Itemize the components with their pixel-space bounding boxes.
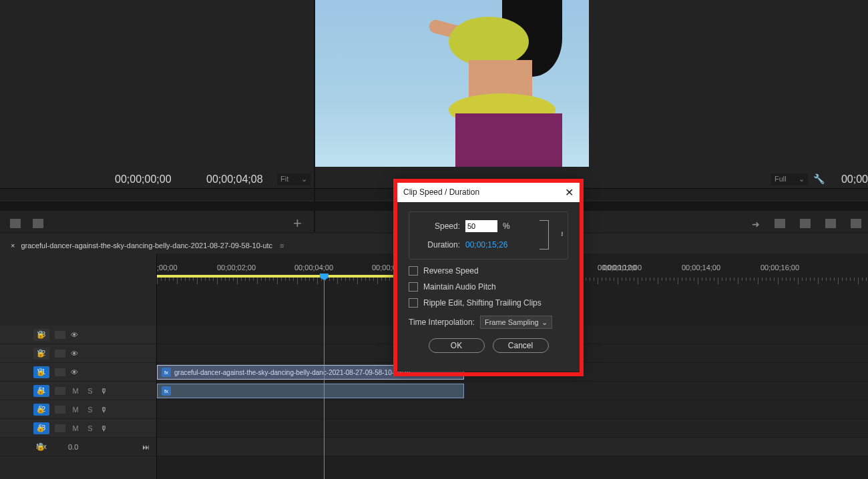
export-icon[interactable] <box>800 219 811 228</box>
source-monitor: 00;00;00;00 00;00;04;08 Fit ⌄ + <box>0 0 314 232</box>
ruler-label: 00;00;16;00 <box>761 264 799 272</box>
track-lane-a1[interactable]: fx <box>157 382 868 400</box>
source-zoom-combo[interactable]: Fit ⌄ <box>277 173 310 185</box>
ruler-label: 00;00;12;00 <box>603 264 642 272</box>
track-header-area: 🔒 V3 👁 🔒 V2 👁 🔒 V1 👁 🔒 A1 M S 🎙 🔒 <box>0 254 157 479</box>
toggle-output-icon[interactable] <box>55 424 65 432</box>
eye-icon[interactable]: 👁 <box>71 368 78 376</box>
camera-icon[interactable] <box>33 219 43 228</box>
ok-button[interactable]: OK <box>429 338 485 353</box>
close-tab-icon[interactable]: × <box>11 242 15 250</box>
track-header-a3[interactable]: 🔒 A3 M S 🎙 <box>0 419 156 438</box>
program-preview[interactable] <box>315 0 589 167</box>
source-in-time: 00;00;00;00 <box>115 173 172 185</box>
mute-toggle[interactable]: M <box>71 406 80 414</box>
ruler-label: 00;00;14;00 <box>682 264 720 272</box>
ripple-edit-row[interactable]: Ripple Edit, Shifting Trailing Clips <box>409 298 568 308</box>
chevron-down-icon: ⌄ <box>541 318 548 327</box>
checkbox-icon[interactable] <box>409 282 418 292</box>
mute-toggle[interactable]: M <box>71 387 80 395</box>
ripple-edit-label: Ripple Edit, Shifting Trailing Clips <box>423 298 541 308</box>
voice-icon[interactable]: 🎙 <box>100 406 107 414</box>
eye-icon[interactable]: 👁 <box>71 331 78 339</box>
voice-icon[interactable]: 🎙 <box>100 424 107 432</box>
track-header-v2[interactable]: 🔒 V2 👁 <box>0 344 156 363</box>
compare-icon[interactable] <box>851 219 861 228</box>
export-frame-icon[interactable] <box>10 219 21 228</box>
eye-icon[interactable]: 👁 <box>71 350 78 358</box>
expand-icon[interactable]: ⏭ <box>142 443 150 451</box>
fx-badge-icon[interactable]: fx <box>162 386 171 396</box>
checkbox-icon[interactable] <box>409 298 418 308</box>
interpolation-label: Time Interpolation: <box>409 318 475 327</box>
mix-value[interactable]: 0.0 <box>68 443 78 451</box>
toggle-output-icon[interactable] <box>55 387 65 395</box>
solo-toggle[interactable]: S <box>85 406 95 414</box>
duration-value[interactable]: 00;00;15;26 <box>465 240 507 250</box>
track-lane-a3[interactable] <box>157 419 868 438</box>
ruler-label: 00;00;04;00 <box>294 264 333 272</box>
speed-duration-dialog: Clip Speed / Duration ✕ 𝄽 Speed: % Durat… <box>397 182 580 372</box>
program-zoom-combo[interactable]: Full ⌄ <box>771 173 808 185</box>
maintain-pitch-row[interactable]: Maintain Audio Pitch <box>409 282 568 292</box>
solo-toggle[interactable]: S <box>85 387 95 395</box>
insert-icon[interactable]: ➜ <box>752 219 760 228</box>
program-toolbar: ➜ <box>752 215 861 232</box>
clip-name: graceful-dancer-against-the-sky-dancing-… <box>174 369 411 376</box>
ruler-label: ;00;00 <box>157 264 178 272</box>
dialog-title: Clip Speed / Duration <box>403 187 479 197</box>
lock-icon[interactable]: 🔒 <box>36 386 45 395</box>
lock-icon[interactable]: 🔒 <box>36 442 45 451</box>
reverse-speed-row[interactable]: Reverse Speed <box>409 266 568 276</box>
speed-duration-group: 𝄽 Speed: % Duration: 00;00;15;26 <box>409 211 568 260</box>
lock-icon[interactable]: 🔒 <box>36 368 45 376</box>
track-lane-mix[interactable] <box>157 438 868 456</box>
button-editor-icon[interactable]: + <box>293 219 304 228</box>
fx-badge-icon[interactable]: fx <box>162 368 171 377</box>
reverse-speed-label: Reverse Speed <box>423 266 479 276</box>
source-toolbar: + <box>0 215 314 232</box>
track-header-v1[interactable]: 🔒 V1 👁 <box>0 363 156 382</box>
lock-icon[interactable]: 🔒 <box>36 330 45 339</box>
checkbox-icon[interactable] <box>409 266 418 276</box>
toggle-output-icon[interactable] <box>55 368 65 376</box>
lock-icon[interactable]: 🔒 <box>36 424 45 432</box>
speed-label: Speed: <box>421 221 460 231</box>
dialog-titlebar[interactable]: Clip Speed / Duration ✕ <box>397 182 580 202</box>
overwrite-icon[interactable] <box>775 219 785 228</box>
sequence-name: graceful-dancer-against-the-sky-dancing-… <box>21 242 272 250</box>
track-header-a1[interactable]: 🔒 A1 M S 🎙 <box>0 382 156 400</box>
speed-input[interactable] <box>465 220 497 232</box>
track-header-a2[interactable]: 🔒 A2 M S 🎙 <box>0 400 156 419</box>
toggle-output-icon[interactable] <box>55 406 65 414</box>
playhead[interactable] <box>324 274 324 479</box>
ruler-label: 00;00;02;00 <box>217 264 256 272</box>
mute-toggle[interactable]: M <box>71 424 80 432</box>
track-lane-a2[interactable] <box>157 400 868 419</box>
voice-icon[interactable]: 🎙 <box>100 387 107 395</box>
source-out-time: 00;00;04;08 <box>206 173 263 185</box>
tab-menu-icon[interactable]: ≡ <box>280 242 284 250</box>
toggle-output-icon[interactable] <box>55 350 65 358</box>
lock-icon[interactable]: 🔒 <box>36 349 45 358</box>
settings-wrench-icon[interactable]: 🔧 <box>813 173 825 184</box>
duration-label: Duration: <box>421 240 460 250</box>
source-ruler[interactable] <box>0 188 314 200</box>
maintain-pitch-label: Maintain Audio Pitch <box>423 282 496 292</box>
cancel-button[interactable]: Cancel <box>493 338 549 353</box>
toggle-output-icon[interactable] <box>55 331 65 339</box>
sequence-tab[interactable]: × graceful-dancer-against-the-sky-dancin… <box>5 239 290 254</box>
track-header-mix[interactable]: 🔒 Mix 0.0 ⏭ <box>0 438 156 456</box>
program-out-time: 00;00 <box>841 173 868 185</box>
source-scrub-bar[interactable] <box>0 201 314 211</box>
audio-clip[interactable]: fx <box>157 384 464 398</box>
close-icon[interactable]: ✕ <box>565 186 574 199</box>
track-header-v3[interactable]: 🔒 V3 👁 <box>0 326 156 344</box>
speed-unit: % <box>503 221 510 231</box>
solo-toggle[interactable]: S <box>85 424 95 432</box>
interpolation-combo[interactable]: Frame Sampling⌄ <box>480 316 552 329</box>
lock-icon[interactable]: 🔒 <box>36 405 45 414</box>
camera-icon[interactable] <box>825 219 836 228</box>
link-bracket-icon <box>539 220 549 250</box>
